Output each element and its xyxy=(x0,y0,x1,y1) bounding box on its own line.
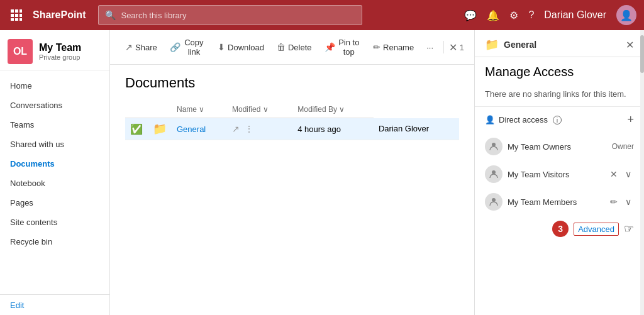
documents-title: Documents xyxy=(125,75,459,91)
bell-icon[interactable]: 🔔 xyxy=(487,9,499,21)
site-name: My Team xyxy=(39,42,81,53)
folder-icon: 📁 xyxy=(153,123,167,135)
col-name: Name ∨ xyxy=(172,101,227,118)
svg-rect-4 xyxy=(15,14,18,17)
download-icon: ⬇ xyxy=(218,42,225,52)
sidebar-item-site-contents[interactable]: Site contents xyxy=(0,213,109,232)
direct-access-section: 👤 Direct access i + xyxy=(475,106,644,216)
search-input[interactable] xyxy=(121,11,355,20)
modified-time: 4 hours ago xyxy=(292,118,374,140)
svg-rect-0 xyxy=(11,9,14,13)
cursor-icon: ☞ xyxy=(624,222,634,236)
no-sharing-text: There are no sharing links for this item… xyxy=(475,82,644,106)
visitors-info: My Team Visitors xyxy=(485,165,602,183)
sidebar: OL My Team Private group Home Conversati… xyxy=(0,30,110,315)
site-info: My Team Private group xyxy=(39,42,81,61)
edit-link[interactable]: Edit xyxy=(10,301,24,310)
access-item-visitors: My Team Visitors ✕ ∨ xyxy=(475,160,644,188)
selected-count: 1 xyxy=(460,43,464,52)
direct-access-header[interactable]: 👤 Direct access i + xyxy=(475,107,644,133)
svg-rect-1 xyxy=(15,9,18,13)
owners-avatar xyxy=(485,138,502,155)
owners-name: My Team Owners xyxy=(508,142,571,152)
settings-icon[interactable]: ⚙ xyxy=(509,9,518,21)
person-icon: 👤 xyxy=(485,115,495,124)
panel-body: There are no sharing links for this item… xyxy=(475,82,644,315)
rename-button[interactable]: ✏ Rename xyxy=(368,40,419,55)
documents-table: Name ∨ Modified ∨ Modified By ∨ ✅ 📁 xyxy=(125,101,459,140)
delete-button[interactable]: 🗑 Delete xyxy=(272,40,317,55)
site-header: OL My Team Private group xyxy=(0,30,109,71)
search-bar[interactable]: 🔍 xyxy=(98,5,362,25)
help-icon[interactable]: ? xyxy=(528,9,534,21)
rename-icon: ✏ xyxy=(373,42,380,52)
members-avatar xyxy=(485,193,502,211)
remove-visitors-button[interactable]: ✕ xyxy=(608,168,620,180)
modified-by: Darian Glover xyxy=(374,118,459,140)
svg-rect-8 xyxy=(19,18,22,21)
sidebar-item-teams[interactable]: Teams xyxy=(0,115,109,135)
more-row-icon[interactable]: ⋮ xyxy=(245,124,253,134)
sidebar-item-documents[interactable]: Documents xyxy=(0,154,109,174)
expand-members-button[interactable]: ∨ xyxy=(623,196,634,208)
app-name: SharePoint xyxy=(33,9,86,21)
site-logo: OL xyxy=(8,39,33,64)
download-button[interactable]: ⬇ Download xyxy=(213,40,269,55)
svg-point-11 xyxy=(492,198,496,202)
advanced-link[interactable]: Advanced xyxy=(574,223,619,236)
sidebar-item-conversations[interactable]: Conversations xyxy=(0,96,109,115)
trash-icon: 🗑 xyxy=(277,42,286,52)
copy-link-button[interactable]: 🔗 Copy link xyxy=(165,35,210,59)
row-check-icon[interactable]: ✅ xyxy=(130,124,143,135)
owners-info: My Team Owners xyxy=(485,138,607,155)
access-item-members: My Team Members ✏ ∨ xyxy=(475,188,644,216)
search-icon: 🔍 xyxy=(105,10,116,20)
main-layout: OL My Team Private group Home Conversati… xyxy=(0,30,644,315)
visitors-name: My Team Visitors xyxy=(508,170,570,179)
table-row: ✅ 📁 General ↗ ⋮ xyxy=(125,118,459,140)
info-icon: i xyxy=(553,116,562,124)
badge-number: 3 xyxy=(552,221,569,237)
share-icon: ↗ xyxy=(125,42,133,52)
svg-rect-7 xyxy=(15,18,18,21)
scroll-track xyxy=(640,30,644,315)
link-icon: 🔗 xyxy=(170,42,180,52)
site-type: Private group xyxy=(39,53,81,61)
sidebar-item-pages[interactable]: Pages xyxy=(0,193,109,213)
scroll-thumb[interactable] xyxy=(640,35,644,73)
site-initials: OL xyxy=(13,46,27,57)
user-avatar[interactable]: 👤 xyxy=(616,5,636,25)
sidebar-item-shared[interactable]: Shared with us xyxy=(0,135,109,154)
svg-point-9 xyxy=(492,143,496,146)
panel-close-button[interactable]: ✕ xyxy=(626,39,634,51)
pin-icon: 📌 xyxy=(325,42,335,52)
members-actions: ✏ ∨ xyxy=(608,196,634,208)
nav-list: Home Conversations Teams Shared with us … xyxy=(0,71,109,294)
col-modified: Modified ∨ xyxy=(227,101,292,118)
share-button[interactable]: ↗ Share xyxy=(120,40,162,55)
add-direct-access-button[interactable]: + xyxy=(627,113,634,126)
right-panel: 📁 General ✕ Manage Access There are no s… xyxy=(474,30,644,315)
pin-button[interactable]: 📌 Pin to top xyxy=(319,35,366,59)
file-name[interactable]: General xyxy=(177,124,206,134)
svg-rect-6 xyxy=(11,18,14,21)
panel-folder-icon: 📁 xyxy=(485,38,499,52)
svg-point-10 xyxy=(492,170,496,174)
sidebar-item-notebook[interactable]: Notebook xyxy=(0,174,109,193)
access-item-owners: My Team Owners Owner xyxy=(475,133,644,160)
sidebar-item-home[interactable]: Home xyxy=(0,76,109,96)
edit-members-button[interactable]: ✏ xyxy=(608,196,620,208)
expand-visitors-button[interactable]: ∨ xyxy=(623,168,634,180)
waffle-menu[interactable] xyxy=(8,6,25,24)
toolbar-close-button[interactable]: ✕ xyxy=(449,41,457,53)
more-button[interactable]: ··· xyxy=(421,40,438,55)
top-navigation: SharePoint 🔍 💬 🔔 ⚙ ? Darian Glover 👤 xyxy=(0,0,644,30)
owners-role: Owner xyxy=(612,142,634,151)
user-avatar-image: 👤 xyxy=(620,9,633,21)
sidebar-item-recycle-bin[interactable]: Recycle bin xyxy=(0,232,109,251)
main-content: ↗ Share 🔗 Copy link ⬇ Download 🗑 Delete … xyxy=(110,30,474,315)
toolbar: ↗ Share 🔗 Copy link ⬇ Download 🗑 Delete … xyxy=(110,30,474,65)
share-row-icon[interactable]: ↗ xyxy=(232,124,240,134)
comment-icon[interactable]: 💬 xyxy=(464,9,477,21)
documents-area: Documents Name ∨ Modified ∨ Modified By … xyxy=(110,65,474,315)
